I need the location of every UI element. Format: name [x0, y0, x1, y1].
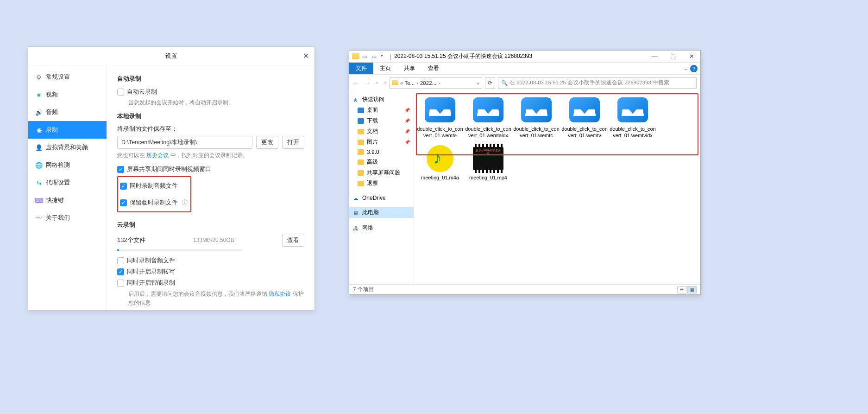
cloud-transcribe-checkbox[interactable]: ✓ 同时开启录制转写 [117, 268, 304, 276]
folder-icon [392, 80, 398, 85]
smart-hint: 启用后，需要访问您的会议音视频信息，我们将严格遵循 隐私协议 保护您的信息 [128, 290, 304, 307]
file-pane[interactable]: double_click_to_convert_01.wemta double_… [414, 91, 700, 284]
nav-general[interactable]: ⚙常规设置 [28, 68, 107, 86]
maximize-button[interactable]: ▢ [667, 53, 679, 60]
sidebar-senior[interactable]: 高级 [349, 157, 414, 167]
refresh-button[interactable]: ⟳ [485, 77, 495, 89]
tree-label: 桌面 [367, 106, 378, 114]
keep-temp-checkbox[interactable]: ✓ 保留临时录制文件 ⓘ [120, 198, 188, 207]
sidebar-this-pc[interactable]: 🖥此电脑 [349, 207, 414, 218]
quick-access-toolbar: ▭ ▭ ▾ [362, 53, 387, 60]
file-item[interactable]: double_click_to_convert_01.wemta [417, 94, 463, 141]
back-button[interactable]: ← [353, 79, 359, 87]
checkbox-label: 屏幕共享期间同时录制视频窗口 [127, 165, 211, 173]
keyboard-icon: ⌨ [36, 197, 42, 204]
nav-label: 快捷键 [46, 196, 64, 204]
nav-record[interactable]: ◉录制 [28, 121, 107, 139]
open-button[interactable]: 打开 [282, 136, 304, 149]
tab-file[interactable]: 文件 [349, 63, 373, 74]
nav-video[interactable]: ■视频 [28, 86, 107, 103]
close-button[interactable]: ✕ [686, 53, 698, 60]
path-input[interactable] [117, 136, 252, 149]
tab-home[interactable]: 主页 [373, 63, 397, 74]
info-icon[interactable]: ⓘ [182, 198, 188, 207]
sidebar-shareissue[interactable]: 共享屏幕问题 [349, 167, 414, 178]
sidebar-quick-access[interactable]: ★快速访问 [349, 94, 414, 105]
breadcrumb-seg[interactable]: « Te... [400, 80, 415, 86]
cloud-audio-checkbox[interactable]: 同时录制音频文件 [117, 256, 304, 265]
change-button[interactable]: 更改 [256, 136, 278, 149]
explorer-body: ★快速访问 桌面📌 下载📌 文档📌 图片📌 3.9.0 高级 共享屏幕问题 退票… [349, 91, 700, 284]
file-item[interactable]: 会议小助手的快速会议meeting_01.mp4 [465, 143, 511, 183]
sidebar-documents[interactable]: 文档📌 [349, 126, 414, 137]
view-switcher: ☰ ▦ [677, 286, 697, 293]
tree-label: 3.9.0 [367, 149, 379, 155]
view-button[interactable]: 查看 [282, 234, 304, 247]
nav-virtualbg[interactable]: 👤虚拟背景和美颜 [28, 139, 107, 156]
sidebar-390[interactable]: 3.9.0 [349, 147, 414, 157]
sidebar-refund[interactable]: 退票 [349, 178, 414, 189]
sidebar-pictures[interactable]: 图片📌 [349, 137, 414, 147]
cloud-smart-checkbox[interactable]: 同时开启智能录制 [117, 279, 304, 287]
file-item[interactable]: double_click_to_convert_01.wemtvidx [610, 94, 656, 141]
nav-audio[interactable]: 🔊音频 [28, 103, 107, 121]
icons-view-button[interactable]: ▦ [687, 286, 697, 293]
forward-button[interactable]: → [364, 79, 371, 87]
sidebar-onedrive[interactable]: ☁OneDrive [349, 193, 414, 203]
nav-label: 常规设置 [46, 73, 70, 81]
share-record-checkbox[interactable]: ✓ 屏幕共享期间同时录制视频窗口 [117, 165, 304, 173]
nav-about[interactable]: 〰关于我们 [28, 209, 107, 227]
history-link[interactable]: 历史会议 [146, 152, 169, 159]
qat-button[interactable]: ▭ [362, 53, 369, 60]
file-item[interactable]: meeting_01.m4a [417, 143, 463, 183]
address-bar[interactable]: « Te... › 2022... › ⌄ [390, 77, 482, 89]
auto-cloud-checkbox-row[interactable]: 自动云录制 [117, 88, 304, 96]
file-item[interactable]: double_click_to_convert_01.wemtv [561, 94, 608, 141]
breadcrumb-dropdown[interactable]: ⌄ [476, 80, 480, 85]
checkbox-checked-icon: ✓ [120, 199, 127, 206]
tab-view[interactable]: 查看 [421, 63, 446, 74]
checkbox-label: 保留临时录制文件 [130, 198, 178, 207]
search-input[interactable]: 🔍 在 2022-08-03 15.51.25 会议小助手的快速会议 22680… [498, 77, 697, 89]
minimize-button[interactable]: — [648, 53, 660, 60]
person-icon: 👤 [36, 144, 42, 151]
sidebar-desktop[interactable]: 桌面📌 [349, 105, 414, 115]
audio-record-checkbox[interactable]: ✓ 同时录制音频文件 [120, 182, 188, 190]
close-icon[interactable]: ✕ [303, 51, 309, 60]
globe-icon: 🌐 [36, 162, 42, 168]
sidebar-network[interactable]: 🖧网络 [349, 223, 414, 233]
tree-label: 文档 [367, 127, 378, 135]
tencent-meeting-file-icon [569, 97, 600, 122]
breadcrumb-seg[interactable]: 2022... [420, 80, 436, 86]
qat-button[interactable]: ▭ [371, 53, 378, 60]
privacy-link[interactable]: 隐私协议 [269, 291, 291, 297]
folder-icon [358, 108, 364, 113]
logo-icon: 〰 [36, 215, 42, 221]
recent-dropdown[interactable]: ⌄ [375, 79, 379, 87]
nav-shortcut[interactable]: ⌨快捷键 [28, 191, 107, 209]
cloud-record-title: 云录制 [117, 221, 304, 229]
file-item[interactable]: double_click_to_convert_01.wemtaidx [465, 94, 511, 141]
file-grid: double_click_to_convert_01.wemta double_… [417, 94, 698, 183]
help-icon[interactable]: ? [690, 65, 698, 72]
file-item[interactable]: double_click_to_convert_01.wemtc [513, 94, 560, 141]
nav-label: 网络检测 [46, 161, 70, 169]
cloud-file-count: 132个文件 [117, 236, 145, 244]
ribbon-collapse-icon[interactable]: ⌄ [684, 66, 687, 71]
nav-label: 虚拟背景和美颜 [46, 143, 88, 152]
item-count: 7 个项目 [353, 286, 374, 293]
qat-dropdown[interactable]: ▾ [381, 53, 387, 60]
tab-share[interactable]: 共享 [397, 63, 421, 74]
nav-proxy[interactable]: ⇆代理设置 [28, 174, 107, 191]
details-view-button[interactable]: ☰ [677, 286, 686, 293]
checkbox-icon [117, 89, 124, 96]
titlebar-left: ▭ ▭ ▾ | 2022-08-03 15.51.25 会议小助手的快速会议 2… [352, 52, 532, 60]
sidebar-downloads[interactable]: 下载📌 [349, 115, 414, 126]
up-button[interactable]: ↑ [384, 79, 387, 87]
onedrive-icon: ☁ [353, 195, 359, 201]
nav-netcheck[interactable]: 🌐网络检测 [28, 156, 107, 174]
progress-fill [117, 249, 119, 251]
tencent-meeting-file-icon [473, 97, 503, 122]
search-icon: 🔍 [501, 80, 508, 86]
local-record-title: 本地录制 [117, 112, 304, 121]
